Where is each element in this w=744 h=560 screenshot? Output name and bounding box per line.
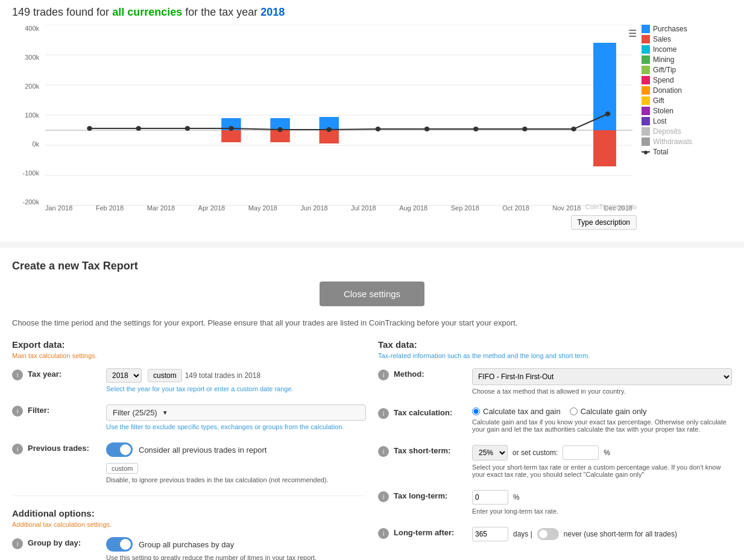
group-by-day-row: i Group by day: Group all purchases by d…: [12, 537, 366, 560]
svg-point-22: [376, 127, 381, 131]
legend-item-stolen: Stolen: [642, 107, 732, 115]
export-subtitle: Main tax calculation settings.: [12, 352, 366, 359]
svg-point-19: [229, 126, 234, 131]
legend-item-mining: Mining: [642, 55, 732, 64]
legend-item-total: Total: [642, 148, 732, 156]
svg-point-25: [522, 127, 528, 131]
short-term-select[interactable]: 25% 0% 10% 15% 30%: [472, 445, 508, 461]
settings-title: Create a new Tax Report: [12, 260, 732, 272]
never-toggle[interactable]: [537, 528, 559, 540]
export-description: Choose the time period and the settings …: [12, 318, 732, 327]
chevron-down-icon: ▼: [162, 409, 168, 416]
tax-header: Tax data:: [378, 339, 732, 350]
type-description-container: Type description: [571, 215, 637, 230]
filter-dropdown[interactable]: Filter (25/25) ▼: [106, 404, 366, 421]
legend-item-deposits: Deposits: [642, 127, 732, 136]
group-by-day-toggle[interactable]: [106, 537, 133, 552]
tax-calc-help: Calculate gain and tax if you know your …: [472, 418, 732, 433]
y-axis: 400k 300k 200k 100k 0k -100k -200k: [12, 25, 42, 206]
custom-date-button[interactable]: custom: [148, 369, 182, 382]
title-currencies: all currencies: [112, 6, 182, 18]
svg-point-18: [185, 126, 191, 131]
legend-item-lost: Lost: [642, 117, 732, 125]
short-term-row: i Tax short-term: 25% 0% 10% 15% 30% or …: [378, 445, 732, 478]
prev-trades-help: Disable, to ignore previous trades in th…: [106, 476, 366, 483]
title-year: 2018: [260, 6, 285, 18]
short-term-content: 25% 0% 10% 15% 30% or set custom: % Sele…: [472, 445, 732, 478]
legend-item-gift: Gift: [642, 96, 732, 105]
chart-svg: [45, 25, 632, 206]
longterm-after-row: i Long-term after: days | never (use sho…: [378, 527, 732, 541]
tax-subtitle: Tax-related information such as the meth…: [378, 352, 732, 359]
never-label: never (use short-term for all trades): [564, 530, 677, 538]
group-by-day-info-icon[interactable]: i: [12, 538, 23, 549]
prev-trades-toggle[interactable]: [106, 442, 133, 457]
cointracking-credit: CoinTracking.info: [585, 203, 637, 210]
prev-trades-toggle-label: Consider all previous trades in report: [139, 445, 266, 455]
method-label: Method:: [394, 368, 472, 379]
short-term-custom-input[interactable]: [563, 445, 599, 460]
custom-percent-label: or set custom:: [512, 448, 558, 457]
tax-year-row: i Tax year: 2018 2017 2019 custom 149 to…: [12, 368, 366, 392]
method-row: i Method: FIFO - First-In First-Out LIFO…: [378, 368, 732, 395]
legend-item-sales: Sales: [642, 35, 732, 43]
tax-year-help: Select the year for your tax report or e…: [106, 385, 366, 392]
legend-item-gift-tip: Gift/Tip: [642, 66, 732, 74]
tax-year-select[interactable]: 2018 2017 2019: [106, 368, 142, 383]
calc-tax-gain-option[interactable]: Calculate tax and gain: [472, 407, 561, 416]
prev-trades-content: Consider all previous trades in report c…: [106, 442, 366, 483]
legend-item-purchases: Purchases: [642, 25, 732, 33]
legend-item-spend: Spend: [642, 76, 732, 84]
group-by-day-content: Group all purchases by day Use this sett…: [106, 537, 366, 560]
days-input[interactable]: [472, 527, 508, 541]
long-term-help: Enter your long-term tax rate.: [472, 508, 732, 515]
svg-rect-9: [221, 130, 241, 142]
close-settings-button[interactable]: Close settings: [320, 282, 424, 306]
filter-row: i Filter: Filter (25/25) ▼ Use the filte…: [12, 404, 366, 430]
tax-calc-row: i Tax calculation: Calculate tax and gai…: [378, 407, 732, 433]
svg-point-24: [473, 127, 479, 131]
long-term-info-icon[interactable]: i: [378, 491, 389, 502]
chart-legend: Purchases Sales Income Mining Gift/Tip: [642, 25, 732, 158]
longterm-after-label: Long-term after:: [394, 527, 472, 537]
legend-item-donation: Donation: [642, 86, 732, 95]
short-term-help: Select your short-term tax rate or enter…: [472, 464, 732, 478]
prev-trades-info-icon[interactable]: i: [12, 444, 23, 455]
long-term-input[interactable]: [472, 490, 508, 505]
svg-rect-15: [593, 130, 616, 166]
svg-rect-14: [593, 43, 616, 130]
long-term-row: i Tax long-term: % Enter your long-term …: [378, 490, 732, 515]
prev-trades-label: Previous trades:: [28, 442, 106, 453]
svg-point-16: [87, 126, 92, 131]
long-term-content: % Enter your long-term tax rate.: [472, 490, 732, 515]
chart-container: 400k 300k 200k 100k 0k -100k -200k ☰: [12, 25, 732, 230]
tax-year-info-icon[interactable]: i: [12, 370, 23, 380]
prev-trades-row: i Previous trades: Consider all previous…: [12, 442, 366, 483]
title-prefix: 149 trades found for: [12, 6, 112, 18]
settings-panel: Create a new Tax Report Close settings C…: [0, 248, 744, 560]
filter-help: Use the filter to exclude specific types…: [106, 423, 366, 430]
type-description-button[interactable]: Type description: [571, 215, 637, 230]
calc-gain-only-option[interactable]: Calculate gain only: [570, 407, 647, 416]
settings-grid: Export data: Main tax calculation settin…: [12, 339, 732, 560]
short-term-info-icon[interactable]: i: [378, 446, 389, 457]
tax-col: Tax data: Tax-related information such a…: [378, 339, 732, 560]
tax-calc-content: Calculate tax and gain Calculate gain on…: [472, 407, 732, 433]
svg-rect-13: [320, 130, 339, 143]
group-by-day-label: Group by day:: [28, 537, 106, 547]
method-select[interactable]: FIFO - First-In First-Out LIFO - Last-In…: [472, 368, 732, 385]
tax-calc-info-icon[interactable]: i: [378, 408, 389, 419]
method-content: FIFO - First-In First-Out LIFO - Last-In…: [472, 368, 732, 395]
filter-info-icon[interactable]: i: [12, 406, 23, 417]
tax-calc-label: Tax calculation:: [394, 407, 472, 417]
svg-point-26: [571, 127, 576, 131]
method-info-icon[interactable]: i: [378, 370, 389, 380]
additional-header: Additional options:: [12, 508, 366, 518]
legend-item-income: Income: [642, 45, 732, 54]
longterm-after-info-icon[interactable]: i: [378, 528, 389, 539]
long-term-label: Tax long-term:: [394, 490, 472, 500]
trade-count: 149 total trades in 2018: [185, 371, 260, 380]
group-by-day-toggle-label: Group all purchases by day: [139, 540, 234, 549]
title-middle: for the tax year: [182, 6, 260, 18]
svg-point-27: [605, 112, 611, 116]
